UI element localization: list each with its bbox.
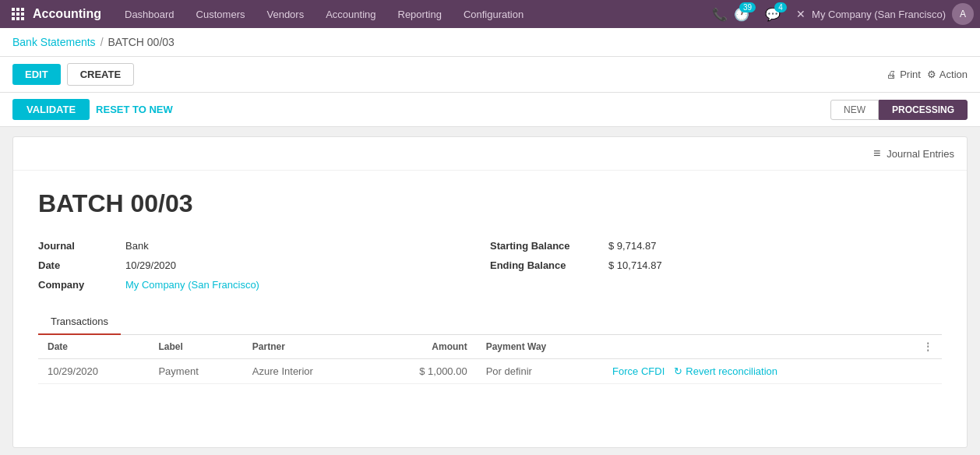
nav-vendors[interactable]: Vendors [256, 0, 315, 28]
breadcrumb: Bank Statements / BATCH 00/03 [0, 28, 980, 57]
journal-entries-button[interactable]: ≡ Journal Entries [873, 146, 954, 160]
action-bar: EDIT CREATE 🖨 Print ⚙ Action [0, 57, 980, 93]
print-icon: 🖨 [887, 69, 897, 80]
top-nav: Accounting Dashboard Customers Vendors A… [0, 0, 980, 28]
nav-reporting[interactable]: Reporting [387, 0, 453, 28]
company-value[interactable]: My Company (San Francisco) [125, 279, 259, 291]
date-value: 10/29/2020 [125, 259, 176, 271]
journal-label: Journal [38, 240, 116, 252]
table-container: Date Label Partner Amount Payment Way ⋮ … [38, 335, 942, 384]
ending-balance-row: Ending Balance $ 10,714.87 [490, 259, 942, 271]
status-bar: VALIDATE RESET TO NEW NEW PROCESSING [0, 93, 980, 127]
journal-entries-label: Journal Entries [887, 148, 954, 160]
col-header-menu[interactable]: ⋮ [897, 335, 942, 359]
revert-reconciliation-button[interactable]: ↻ Revert reconciliation [674, 365, 777, 377]
form-left: Journal Bank Date 10/29/2020 Company My … [38, 240, 490, 291]
activity-icon[interactable]: 🕐39 [734, 7, 749, 22]
transactions-table: Date Label Partner Amount Payment Way ⋮ … [38, 335, 942, 384]
table-header: Date Label Partner Amount Payment Way ⋮ [38, 335, 942, 359]
date-label: Date [38, 259, 116, 271]
breadcrumb-separator: / [100, 36, 104, 48]
svg-rect-1 [16, 8, 19, 11]
nav-dashboard[interactable]: Dashboard [114, 0, 185, 28]
print-label: Print [900, 69, 921, 80]
form-right: Starting Balance $ 9,714.87 Ending Balan… [490, 240, 942, 291]
nav-links: Dashboard Customers Vendors Accounting R… [114, 0, 712, 28]
svg-rect-0 [12, 8, 15, 11]
form-grid: Journal Bank Date 10/29/2020 Company My … [38, 240, 942, 291]
company-row: Company My Company (San Francisco) [38, 279, 490, 291]
row-table-actions: Force CFDI ↻ Revert reconciliation [603, 359, 897, 384]
col-header-partner: Partner [243, 335, 370, 359]
svg-rect-3 [12, 12, 15, 16]
revert-icon: ↻ [674, 365, 682, 377]
batch-title: BATCH 00/03 [38, 189, 942, 218]
table-body: 10/29/2020 Payment Azure Interior $ 1,00… [38, 359, 942, 384]
svg-rect-8 [21, 17, 24, 20]
journal-value: Bank [125, 240, 149, 252]
gear-icon: ⚙ [927, 69, 936, 80]
card-header: ≡ Journal Entries [13, 137, 967, 171]
row-partner: Azure Interior [243, 359, 370, 384]
card-body: BATCH 00/03 Journal Bank Date 10/29/2020… [13, 171, 967, 403]
company-name[interactable]: My Company (San Francisco) [812, 9, 946, 20]
svg-rect-7 [16, 17, 19, 20]
svg-rect-6 [12, 17, 15, 20]
starting-balance-label: Starting Balance [490, 240, 599, 252]
messages-icon[interactable]: 💬4 [765, 7, 781, 22]
messages-badge: 4 [774, 2, 787, 12]
pill-processing[interactable]: PROCESSING [879, 100, 968, 120]
svg-rect-4 [16, 12, 19, 16]
svg-rect-2 [21, 8, 24, 11]
pill-new[interactable]: NEW [830, 100, 879, 120]
hamburger-icon: ≡ [873, 146, 880, 160]
app-title: Accounting [30, 7, 114, 21]
date-row: Date 10/29/2020 [38, 259, 490, 271]
col-header-amount: Amount [370, 335, 477, 359]
avatar[interactable]: A [952, 3, 974, 25]
revert-label: Revert reconciliation [686, 365, 777, 377]
row-date: 10/29/2020 [38, 359, 149, 384]
col-header-label: Label [149, 335, 242, 359]
company-label: Company [38, 279, 116, 291]
nav-customers[interactable]: Customers [185, 0, 256, 28]
app-grid-icon[interactable] [6, 0, 30, 28]
activity-badge: 39 [739, 2, 756, 12]
content-card: ≡ Journal Entries BATCH 00/03 Journal Ba… [12, 136, 968, 448]
breadcrumb-parent[interactable]: Bank Statements [12, 36, 96, 48]
col-header-actions [603, 335, 897, 359]
print-button[interactable]: 🖨 Print [887, 69, 921, 80]
table-row: 10/29/2020 Payment Azure Interior $ 1,00… [38, 359, 942, 384]
ending-balance-label: Ending Balance [490, 259, 599, 271]
row-payment-way: Por definir [477, 359, 603, 384]
tab-transactions[interactable]: Transactions [38, 309, 121, 335]
breadcrumb-current: BATCH 00/03 [108, 36, 174, 48]
edit-button[interactable]: EDIT [12, 64, 61, 85]
phone-icon[interactable]: 📞 [712, 7, 728, 22]
close-icon[interactable]: ✕ [796, 8, 806, 20]
starting-balance-value: $ 9,714.87 [608, 240, 656, 252]
ending-balance-value: $ 10,714.87 [608, 259, 662, 271]
starting-balance-row: Starting Balance $ 9,714.87 [490, 240, 942, 252]
status-pills: NEW PROCESSING [830, 100, 968, 120]
nav-accounting[interactable]: Accounting [315, 0, 386, 28]
col-header-date: Date [38, 335, 149, 359]
create-button[interactable]: CREATE [67, 63, 134, 86]
journal-row: Journal Bank [38, 240, 490, 252]
validate-button[interactable]: VALIDATE [12, 99, 90, 120]
reset-button[interactable]: RESET TO NEW [96, 104, 173, 115]
row-amount: $ 1,000.00 [370, 359, 477, 384]
action-button[interactable]: ⚙ Action [927, 69, 968, 80]
nav-configuration[interactable]: Configuration [453, 0, 534, 28]
row-label: Payment [149, 359, 242, 384]
col-header-payment-way: Payment Way [477, 335, 603, 359]
force-cfdi-button[interactable]: Force CFDI [612, 365, 664, 377]
main-content: ≡ Journal Entries BATCH 00/03 Journal Ba… [0, 127, 980, 455]
svg-rect-5 [21, 12, 24, 16]
action-label: Action [939, 69, 968, 80]
tabs: Transactions [38, 309, 942, 335]
nav-right: 📞 🕐39 💬4 ✕ My Company (San Francisco) A [712, 3, 974, 25]
row-menu [897, 359, 942, 384]
